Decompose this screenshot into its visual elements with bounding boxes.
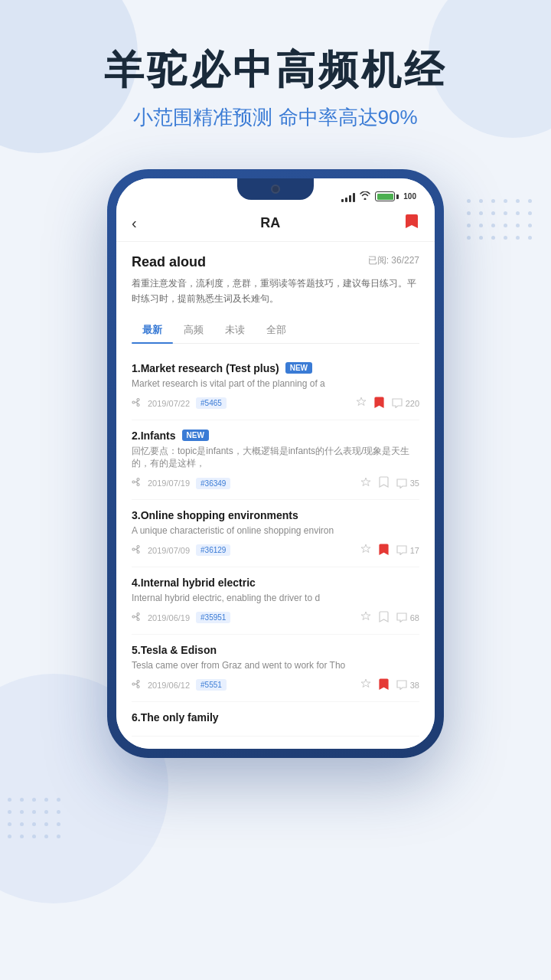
new-badge: NEW [285,362,312,374]
tab-popular[interactable]: 高频 [173,317,214,343]
share-icon[interactable] [132,397,142,410]
share-icon[interactable] [132,477,142,489]
comment-icon [392,398,403,408]
tag-badge: #36349 [196,478,230,489]
star-icon[interactable] [360,477,371,490]
notch-camera [271,185,280,194]
item-bookmark-icon[interactable] [374,397,384,410]
list-item[interactable]: 6.The only family [132,702,419,737]
meta-date: 2019/07/09 [148,546,190,555]
meta-actions: 38 [360,678,419,692]
tab-unread[interactable]: 未读 [214,317,256,343]
comment-count: 68 [410,613,419,622]
meta-actions: 17 [360,544,419,557]
comment-icon [396,479,407,488]
bg-dots-bottom-left [8,798,64,842]
sub-title: 小范围精准预测 命中率高达90% [31,104,520,131]
list-item-header: 6.The only family [132,711,419,724]
list-item-title: 6.The only family [132,711,219,724]
item-bookmark-icon[interactable] [379,678,389,692]
item-bookmark-icon[interactable] [379,611,389,625]
status-right: 100 [341,185,416,202]
list-item-header: 2.Infants NEW [132,430,419,442]
comment-count: 220 [406,399,419,408]
share-icon[interactable] [132,544,142,557]
list-item-desc: 回忆要点：topic是infants，大概逻辑是infants的什么表现/现象是… [132,445,419,471]
comment-icon [396,545,407,555]
meta-date: 2019/07/19 [148,479,190,488]
nav-title: RA [260,215,280,231]
share-icon[interactable] [132,612,142,624]
list-item[interactable]: 3.Online shopping environments A unique … [132,500,419,567]
list-item[interactable]: 4.Internal hybrid electric Internal hybr… [132,567,419,635]
list-item-title: 2.Infants [132,430,176,442]
share-icon[interactable] [132,679,142,691]
tag-badge: #36129 [196,544,230,556]
tag-badge: #5551 [196,679,227,691]
list-item-title: 5.Tesla & Edison [132,644,217,656]
battery-label: 100 [403,192,416,201]
meta-actions: 35 [360,476,419,490]
meta-date: 2019/07/22 [148,399,190,408]
signal-bar-1 [341,199,344,202]
comment-count: 38 [410,681,419,690]
list-item-desc: Internal hybrid electric, enabling the d… [132,592,419,605]
signal-bar-4 [353,193,355,202]
meta-actions: 220 [356,397,419,410]
signal-bars [341,191,355,202]
list-item-title: 4.Internal hybrid electric [132,577,256,589]
list-item[interactable]: 2.Infants NEW 回忆要点：topic是infants，大概逻辑是in… [132,420,419,501]
new-badge: NEW [182,430,209,441]
main-title: 羊驼必中高频机经 [31,46,520,93]
notch [237,178,314,200]
nav-back-button[interactable]: ‹ [132,214,137,232]
battery [375,191,399,201]
star-icon[interactable] [360,611,371,624]
star-icon[interactable] [360,544,371,557]
list-item-desc: Market research is vital part of the pla… [132,377,419,390]
comment-count: 17 [410,546,419,555]
item-bookmark-icon[interactable] [379,476,389,490]
list-item-meta: 2019/07/19 #36349 [132,476,419,490]
star-icon[interactable] [356,397,367,410]
comment-icon [396,612,407,622]
list-item[interactable]: 1.Market research (Test plus) NEW Market… [132,353,419,420]
phone-container: 100 ‹ RA Read aloud 已阅: 36/227 [0,169,551,757]
list-item-header: 4.Internal hybrid electric [132,577,419,589]
header-section: 羊驼必中高频机经 小范围精准预测 命中率高达90% [0,0,551,154]
list-item-header: 5.Tesla & Edison [132,644,419,656]
content-area: Read aloud 已阅: 36/227 着重注意发音，流利度，意群，重弱读等… [116,242,435,748]
list-item-title: 1.Market research (Test plus) [132,362,279,374]
list-item-meta: 2019/07/09 #36129 [132,544,419,557]
list-item[interactable]: 5.Tesla & Edison Tesla came over from Gr… [132,635,419,702]
list-item-title: 3.Online shopping environments [132,509,298,521]
section-count: 已阅: 36/227 [368,254,419,267]
meta-actions: 68 [360,611,419,625]
comment-count: 35 [410,479,419,488]
signal-bar-2 [345,198,347,202]
section-header: Read aloud 已阅: 36/227 [132,254,419,270]
list-item-header: 1.Market research (Test plus) NEW [132,362,419,374]
tab-latest[interactable]: 最新 [132,317,173,343]
nav-bookmark-icon[interactable] [404,213,419,234]
wifi-icon [360,191,370,202]
phone-inner: 100 ‹ RA Read aloud 已阅: 36/227 [116,178,435,748]
list-item-meta: 2019/06/19 #35951 [132,611,419,625]
list-item-desc: Tesla came over from Graz and went to wo… [132,659,419,672]
item-bookmark-icon[interactable] [379,544,389,557]
list-container: 1.Market research (Test plus) NEW Market… [132,353,419,737]
section-desc: 着重注意发音，流利度，意群，重弱读等答题技巧，建议每日练习。平时练习时，提前熟悉… [132,276,419,305]
phone-outer: 100 ‹ RA Read aloud 已阅: 36/227 [107,169,444,757]
tabs-bar: 最新 高频 未读 全部 [132,317,419,344]
star-icon[interactable] [360,678,371,691]
comment-icon [396,680,407,690]
meta-date: 2019/06/19 [148,613,190,622]
tab-all[interactable]: 全部 [256,317,297,343]
list-item-desc: A unique characteristic of online shoppi… [132,524,419,537]
phone-status-bar: 100 [116,178,435,205]
list-item-header: 3.Online shopping environments [132,509,419,521]
list-item-meta: 2019/06/12 #5551 [132,678,419,692]
meta-date: 2019/06/12 [148,681,190,690]
tag-badge: #35951 [196,612,230,623]
list-item-meta: 2019/07/22 #5465 [132,397,419,410]
